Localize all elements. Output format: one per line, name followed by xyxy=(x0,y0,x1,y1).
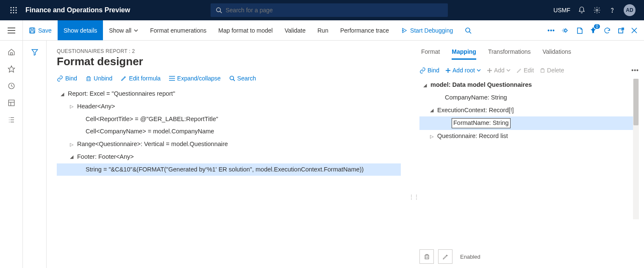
help-icon[interactable] xyxy=(608,6,616,14)
expand-icon[interactable]: ▷ xyxy=(429,133,435,140)
page-title: Format designer xyxy=(57,55,401,68)
format-enumerations-button[interactable]: Format enumerations xyxy=(144,20,212,40)
model-node-root[interactable]: ◢ model: Data model Questionnaires xyxy=(419,79,633,91)
tree-node-footer[interactable]: ◢ Footer: Footer<Any> xyxy=(57,151,401,163)
expand-collapse-button[interactable]: Expand/collapse xyxy=(169,75,221,82)
enabled-label: Enabled xyxy=(460,254,480,260)
add-root-button[interactable]: Add root xyxy=(445,67,481,74)
mapping-bind-button[interactable]: Bind xyxy=(419,67,439,74)
model-tree: ◢ model: Data model Questionnaires Compa… xyxy=(419,79,639,143)
badge-count: 0 xyxy=(594,24,600,29)
mapping-bottombar: Enabled xyxy=(419,245,639,264)
svg-point-6 xyxy=(11,12,12,14)
add-button: Add xyxy=(487,67,511,74)
svg-rect-18 xyxy=(31,31,34,33)
global-header: Finance and Operations Preview USMF AD xyxy=(0,0,644,20)
show-all-label: Show all xyxy=(109,27,131,34)
popout-icon[interactable] xyxy=(618,27,625,34)
refresh-icon[interactable] xyxy=(603,27,611,34)
main-area: QUESTIONNAIRES REPORT : 2 Format designe… xyxy=(0,41,644,268)
collapse-icon[interactable]: ◢ xyxy=(69,153,75,160)
map-format-button[interactable]: Map format to model xyxy=(212,20,278,40)
left-nav xyxy=(0,41,23,268)
model-node-exec-context[interactable]: ◢ ExecutionContext: Record[!] xyxy=(419,104,633,117)
command-bar: Save Show details Show all Format enumer… xyxy=(0,20,644,41)
svg-line-26 xyxy=(621,28,624,30)
save-button[interactable]: Save xyxy=(23,20,58,40)
svg-marker-19 xyxy=(402,28,406,33)
mapping-pane: Format Mapping Transformations Validatio… xyxy=(417,41,644,268)
hamburger-icon[interactable] xyxy=(0,20,23,40)
mapping-more-icon[interactable]: ••• xyxy=(631,67,639,74)
svg-marker-41 xyxy=(32,50,38,55)
tab-transformations[interactable]: Transformations xyxy=(488,48,531,60)
show-all-button[interactable]: Show all xyxy=(103,20,144,40)
pin-badge-icon[interactable]: 0 xyxy=(590,27,597,34)
user-avatar[interactable]: AD xyxy=(624,4,636,16)
show-details-label: Show details xyxy=(64,27,97,34)
bind-button[interactable]: Bind xyxy=(57,75,77,82)
validate-button[interactable]: Validate xyxy=(279,20,312,40)
filter-icon[interactable] xyxy=(31,48,39,268)
svg-point-9 xyxy=(217,8,221,12)
svg-point-5 xyxy=(16,10,17,11)
search-input[interactable] xyxy=(225,7,443,14)
gear-icon[interactable] xyxy=(593,6,601,14)
format-toolbar: Bind Unbind Edit formula Expand/collapse… xyxy=(57,75,401,82)
run-button[interactable]: Run xyxy=(311,20,334,40)
format-tree: ◢ Report: Excel = "Questionnaires report… xyxy=(57,88,401,176)
collapse-icon[interactable]: ◢ xyxy=(422,82,428,89)
diamond-icon[interactable] xyxy=(562,27,569,34)
bell-icon[interactable] xyxy=(578,6,586,14)
modules-icon[interactable] xyxy=(8,116,15,124)
svg-rect-32 xyxy=(8,100,14,106)
tree-node-range[interactable]: ▷ Range<Questionnaire>: Vertical = model… xyxy=(57,138,401,151)
global-search[interactable] xyxy=(211,3,448,17)
attach-icon[interactable] xyxy=(576,27,583,34)
svg-rect-55 xyxy=(425,255,429,259)
edit-button: Edit xyxy=(516,67,534,74)
entity-label[interactable]: USMF xyxy=(553,7,570,14)
collapse-icon[interactable]: ◢ xyxy=(429,107,435,114)
svg-line-10 xyxy=(220,11,222,13)
start-debugging-button[interactable]: Start Debugging xyxy=(395,20,459,40)
commandbar-search-icon[interactable] xyxy=(459,20,477,40)
scrollbar[interactable] xyxy=(633,79,639,219)
tree-node-header[interactable]: ▷ Header<Any> xyxy=(57,100,401,113)
collapse-icon[interactable]: ◢ xyxy=(59,91,65,98)
star-icon[interactable] xyxy=(8,65,15,73)
unbind-button[interactable]: Unbind xyxy=(86,75,112,82)
edit-formula-button[interactable]: Edit formula xyxy=(121,75,161,82)
model-node-format-name[interactable]: FormatName: String xyxy=(419,116,633,130)
vertical-splitter[interactable]: ⋮⋮ xyxy=(411,41,417,268)
more-icon[interactable]: ••• xyxy=(547,27,555,34)
close-icon[interactable] xyxy=(631,28,637,33)
svg-line-49 xyxy=(233,80,235,81)
tree-node-cell-company[interactable]: Cell<CompanyName> = model.CompanyName xyxy=(57,125,401,138)
model-node-company[interactable]: CompanyName: String xyxy=(419,91,633,104)
tree-node-string[interactable]: String = "&C&10"&(FORMAT("Generated by'%… xyxy=(57,163,401,176)
bottom-delete-icon[interactable] xyxy=(419,249,434,264)
bottom-edit-icon[interactable] xyxy=(438,249,452,264)
tree-node-cell-title[interactable]: Cell<ReportTitle> = @"GER_LABEL:ReportTi… xyxy=(57,113,401,126)
right-tabs: Format Mapping Transformations Validatio… xyxy=(419,48,639,60)
tree-search-button[interactable]: Search xyxy=(229,75,256,82)
svg-point-11 xyxy=(596,9,598,11)
tab-mapping[interactable]: Mapping xyxy=(452,48,476,60)
model-node-questionnaire[interactable]: ▷ Questionnaire: Record list xyxy=(419,130,633,143)
clock-icon[interactable] xyxy=(8,82,15,90)
show-details-button[interactable]: Show details xyxy=(58,20,103,40)
svg-rect-42 xyxy=(87,77,90,80)
svg-point-1 xyxy=(13,7,14,8)
tree-node-root[interactable]: ◢ Report: Excel = "Questionnaires report… xyxy=(57,88,401,100)
tab-validations[interactable]: Validations xyxy=(543,48,571,60)
expand-icon[interactable]: ▷ xyxy=(69,103,75,110)
svg-point-7 xyxy=(13,12,14,14)
performance-trace-button[interactable]: Performance trace xyxy=(334,20,395,40)
svg-point-21 xyxy=(466,28,470,32)
expand-icon[interactable]: ▷ xyxy=(69,141,75,148)
home-icon[interactable] xyxy=(8,48,15,56)
workspace-icon[interactable] xyxy=(8,99,15,107)
tab-format[interactable]: Format xyxy=(421,48,440,60)
app-launcher-icon[interactable] xyxy=(3,7,24,14)
